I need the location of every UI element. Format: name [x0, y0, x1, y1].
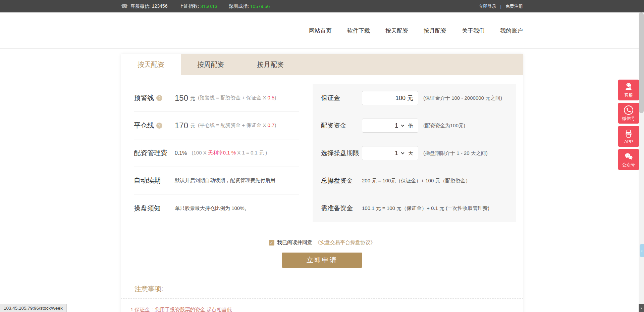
register-link[interactable]: 免费注册: [505, 3, 523, 9]
nav-item-daily[interactable]: 按天配资: [385, 27, 408, 35]
tab-weekly[interactable]: 按周配资: [181, 54, 240, 75]
site-header: 网站首页 软件下载 按天配资 按月配资 关于我们 我的账户: [0, 12, 644, 49]
notice-item-1: 1.保证金：您用于投资股票的资金,起点相当低: [130, 307, 523, 312]
management-fee-value: 0.1%: [175, 150, 187, 156]
scrollbar-track[interactable]: ▾: [639, 12, 644, 312]
prepare-funds-text: 100.1 元 = 100 元（保证金）+ 0.1 元 (一次性收取管理费): [362, 205, 489, 212]
agreement-link[interactable]: 《实盘交易平台操盘协议》: [315, 239, 375, 246]
tab-monthly[interactable]: 按月配资: [240, 54, 300, 75]
app-download-label: APP: [624, 139, 633, 144]
wechat-official-icon: [624, 151, 634, 162]
close-line-label: 平仓线: [134, 121, 154, 130]
trading-notes-row: 操盘须知 单只股票最大持仓比例为 100%。: [134, 194, 299, 222]
total-funds-label: 总操盘资金: [321, 176, 362, 185]
svg-text:APP: APP: [626, 133, 631, 135]
total-funds-row: 总操盘资金 200 元 = 100元（保证金）+ 100 元（配资资金）: [321, 167, 516, 194]
nav-item-monthly[interactable]: 按月配资: [424, 27, 446, 35]
app-download-button[interactable]: APP APP: [618, 126, 639, 147]
main-nav: 网站首页 软件下载 按天配资 按月配资 关于我们 我的账户: [309, 27, 523, 35]
shenzhen-index-value: 10579.56: [250, 4, 270, 9]
collapse-panel-tab[interactable]: ‹: [640, 244, 644, 257]
management-fee-formula: (100 X 天利率0.1 % X 1 = 0.1 元 ): [192, 150, 267, 156]
help-icon[interactable]: ?: [156, 95, 162, 101]
official-account-label: 公众号: [622, 162, 635, 168]
duration-label: 选择操盘期限: [321, 149, 362, 158]
shanghai-index-label: 上证指数:: [179, 3, 199, 9]
chevron-left-icon: ‹: [641, 248, 642, 253]
notice-heading: 注意事项:: [135, 284, 523, 294]
wechat-phone-icon: [624, 105, 634, 115]
link-separator: |: [500, 4, 501, 9]
warning-line-unit: 元: [190, 95, 195, 102]
auto-renew-text: 默认开启到期自动续期，配资管理费先付后用: [175, 177, 275, 184]
scroll-down-button[interactable]: ▾: [639, 304, 644, 312]
topbar: ☎ 客服微信: 123456 上证指数: 3150.13 深圳成指: 10579…: [0, 0, 644, 12]
auto-renew-label: 自动续期: [134, 176, 161, 185]
apply-now-button[interactable]: 立即申请: [282, 253, 362, 268]
margin-hint: (保证金介于 100 - 2000000 元之间): [423, 95, 502, 101]
tab-daily[interactable]: 按天配资: [121, 54, 181, 75]
help-icon[interactable]: ?: [156, 123, 162, 129]
leverage-row: 配资资金 1 倍 (配资资金为100元): [321, 112, 516, 139]
nav-item-account[interactable]: 我的账户: [500, 27, 523, 35]
wechat-id-label: 微信号: [622, 116, 635, 122]
margin-input[interactable]: [386, 95, 413, 102]
trading-notes-label: 操盘须知: [134, 204, 161, 213]
duration-select[interactable]: 1 天: [362, 146, 418, 160]
close-line-value: 170: [175, 121, 188, 130]
nav-item-home[interactable]: 网站首页: [309, 27, 332, 35]
phone-icon: ☎: [121, 3, 128, 9]
app-icon: APP: [624, 129, 634, 139]
nav-item-download[interactable]: 软件下载: [347, 27, 370, 35]
leverage-value: 1: [395, 122, 398, 129]
service-wechat-text: 客服微信: 123456: [130, 3, 168, 9]
close-line-unit: 元: [190, 123, 195, 129]
main-card: 按天配资 按周配资 按月配资 预警线 ? 150 元 (预警线 = 配资资金 +…: [121, 54, 523, 312]
agreement-row: ✓ 我已阅读并同意 《实盘交易平台操盘协议》: [121, 239, 523, 246]
customer-service-label: 客服: [624, 92, 633, 98]
official-account-button[interactable]: 公众号: [618, 149, 639, 170]
management-fee-label: 配资管理费: [134, 148, 167, 158]
wechat-id-button[interactable]: 微信号: [618, 103, 639, 124]
dashed-divider: [121, 298, 523, 299]
duration-hint: (操盘期限介于 1 - 20 天之间): [423, 150, 488, 157]
plan-tabs: 按天配资 按周配资 按月配资: [121, 54, 523, 75]
margin-label: 保证金: [321, 94, 362, 102]
chevron-down-icon: [401, 151, 405, 154]
warning-line-value: 150: [175, 93, 188, 103]
auto-renew-row: 自动续期 默认开启到期自动续期，配资管理费先付后用: [134, 167, 299, 194]
close-line-formula: (平仓线 = 配资资金 + 保证金 X 0.7): [198, 122, 276, 129]
total-funds-text: 200 元 = 100元（保证金）+ 100 元（配资资金）: [362, 178, 470, 184]
customer-service-icon: [624, 82, 634, 92]
management-fee-row: 配资管理费 0.1% (100 X 天利率0.1 % X 1 = 0.1 元 ): [134, 139, 299, 167]
customer-service-button[interactable]: 客服: [618, 80, 639, 100]
leverage-select[interactable]: 1 倍: [362, 119, 418, 133]
leverage-label: 配资资金: [321, 121, 362, 130]
warning-line-row: 预警线 ? 150 元 (预警线 = 配资资金 + 保证金 X 0.5): [134, 84, 299, 112]
duration-row: 选择操盘期限 1 天 (操盘期限介于 1 - 20 天之间): [321, 139, 516, 167]
warning-line-label: 预警线: [134, 93, 154, 102]
login-link[interactable]: 立即登录: [479, 3, 496, 9]
agreement-checkbox[interactable]: ✓: [269, 240, 274, 246]
leverage-hint: (配资资金为100元): [423, 123, 465, 129]
prepare-funds-row: 需准备资金 100.1 元 = 100 元（保证金）+ 0.1 元 (一次性收取…: [321, 194, 516, 222]
leverage-unit: 倍: [408, 123, 413, 129]
shenzhen-index-label: 深圳成指:: [229, 3, 249, 9]
close-line-row: 平仓线 ? 170 元 (平仓线 = 配资资金 + 保证金 X 0.7): [134, 112, 299, 139]
floating-contact-bar: 客服 微信号 APP APP 公众号: [618, 80, 639, 172]
prepare-funds-label: 需准备资金: [321, 204, 362, 213]
duration-unit: 天: [408, 150, 413, 157]
nav-item-about[interactable]: 关于我们: [462, 27, 485, 35]
browser-status-url: 103.45.105.79:96/stock/week: [0, 304, 67, 312]
trading-notes-text: 单只股票最大持仓比例为 100%。: [175, 205, 250, 212]
chevron-down-icon: ▾: [640, 306, 642, 310]
scrollbar-thumb[interactable]: [639, 12, 644, 113]
info-panel: 预警线 ? 150 元 (预警线 = 配资资金 + 保证金 X 0.5) 平仓线…: [134, 84, 299, 222]
order-form-panel: 保证金 (保证金介于 100 - 2000000 元之间) 配资资金 1 倍 (…: [313, 84, 516, 222]
warning-line-formula: (预警线 = 配资资金 + 保证金 X 0.5): [198, 95, 276, 101]
shanghai-index-value: 3150.13: [200, 4, 217, 9]
chevron-down-icon: [401, 123, 405, 127]
logo-placeholder: [121, 20, 208, 41]
agreement-text: 我已阅读并同意: [277, 239, 312, 246]
margin-input-box: [362, 91, 418, 105]
